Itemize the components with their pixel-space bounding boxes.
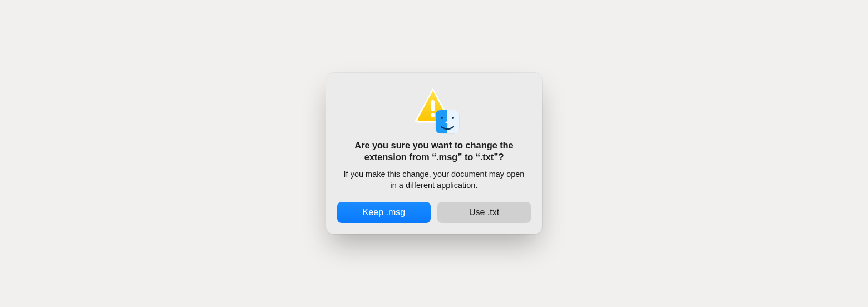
extension-change-dialog: Are you sure you want to change the exte…	[326, 73, 542, 235]
svg-point-3	[441, 117, 443, 119]
svg-rect-0	[431, 100, 435, 111]
svg-point-4	[452, 117, 454, 119]
use-new-extension-button[interactable]: Use .txt	[437, 202, 531, 223]
dialog-button-row: Keep .msg Use .txt	[337, 202, 531, 223]
dialog-message: If you make this change, your document m…	[343, 169, 525, 191]
finder-icon	[435, 110, 460, 134]
dialog-title: Are you sure you want to change the exte…	[342, 140, 526, 164]
keep-extension-button[interactable]: Keep .msg	[337, 202, 431, 223]
svg-point-1	[431, 113, 435, 117]
dialog-icon-stack	[411, 85, 457, 132]
